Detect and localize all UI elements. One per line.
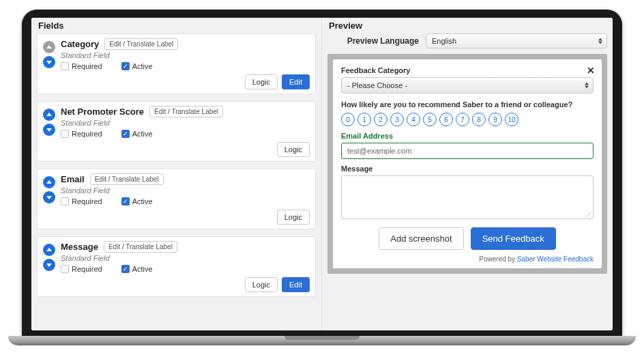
email-field[interactable]: test@example.com [341,143,594,159]
nps-score-8[interactable]: 8 [472,113,486,126]
move-up-icon[interactable] [43,109,55,121]
field-name: Message [61,242,98,252]
send-feedback-button[interactable]: Send Feedback [471,227,556,250]
required-checkbox[interactable]: Required [61,197,102,205]
powered-by-link[interactable]: Saber Website Feedback [517,255,594,263]
preview-title: Preview [329,20,607,31]
preview-frame: ✕ Feedback Category - Please Choose - Ho… [327,54,607,274]
edit-button[interactable]: Edit [282,74,310,89]
nps-score-6[interactable]: 6 [439,113,453,126]
app-screen: Fields Category Edit / Translate Label S… [31,18,613,330]
nps-score-9[interactable]: 9 [488,113,502,126]
chevrons-updown-icon [598,38,602,44]
laptop-base [8,336,636,345]
edit-translate-label-button[interactable]: Edit / Translate Label [104,38,178,50]
standard-field-label: Standard Field [61,254,310,262]
standard-field-label: Standard Field [61,119,310,127]
required-checkbox[interactable]: Required [61,265,102,273]
screen-bezel: Fields Category Edit / Translate Label S… [22,10,622,336]
fields-title: Fields [38,20,316,31]
svg-marker-2 [46,113,52,116]
edit-translate-label-button[interactable]: Edit / Translate Label [104,241,177,253]
edit-translate-label-button[interactable]: Edit / Translate Label [149,106,223,117]
category-select[interactable]: - Please Choose - [341,77,594,94]
message-label: Message [341,165,594,173]
field-card: Category Edit / Translate Label Standard… [37,33,316,94]
field-card: Net Promoter Score Edit / Translate Labe… [37,101,316,162]
nps-row: 012345678910 [341,113,594,126]
category-label: Feedback Category [341,66,594,74]
laptop-frame: Fields Category Edit / Translate Label S… [22,10,622,345]
active-checkbox[interactable]: Active [121,197,153,205]
required-checkbox[interactable]: Required [61,130,102,138]
nps-score-1[interactable]: 1 [357,113,371,126]
message-textarea[interactable] [341,175,594,219]
add-screenshot-button[interactable]: Add screenshot [379,227,463,250]
move-up-icon [43,41,55,53]
svg-marker-0 [46,45,52,48]
svg-marker-3 [46,128,52,132]
move-down-icon[interactable] [43,191,55,203]
nps-score-10[interactable]: 10 [505,113,518,126]
edit-button[interactable]: Edit [282,277,310,292]
svg-marker-1 [46,61,52,64]
preview-language-row: Preview Language English [330,33,607,48]
feedback-widget: ✕ Feedback Category - Please Choose - Ho… [333,59,602,268]
nps-question: How likely are you to recommend Saber to… [341,100,594,109]
standard-field-label: Standard Field [61,51,310,59]
email-value: test@example.com [347,147,411,155]
logic-button[interactable]: Logic [277,210,310,225]
preview-language-value: English [432,37,456,45]
email-label: Email Address [341,132,594,140]
svg-marker-5 [46,196,52,199]
nps-score-5[interactable]: 5 [423,113,437,126]
field-card: Message Edit / Translate Label Standard … [37,236,316,297]
svg-marker-4 [46,180,52,184]
chevrons-updown-icon [585,83,589,89]
preview-actions: Add screenshot Send Feedback [341,227,594,250]
required-checkbox[interactable]: Required [61,62,102,70]
field-name: Email [61,174,85,184]
fields-panel: Fields Category Edit / Translate Label S… [31,18,322,330]
nps-score-0[interactable]: 0 [341,113,355,126]
edit-translate-label-button[interactable]: Edit / Translate Label [90,173,164,185]
preview-language-label: Preview Language [330,36,419,46]
nps-score-2[interactable]: 2 [374,113,387,126]
move-up-icon[interactable] [43,244,55,256]
close-icon[interactable]: ✕ [587,65,595,76]
field-name: Net Promoter Score [61,106,144,117]
powered-by: Powered by Saber Website Feedback [341,255,594,263]
preview-language-select[interactable]: English [426,33,607,48]
nps-score-7[interactable]: 7 [456,113,469,126]
field-name: Category [61,39,99,49]
move-down-icon[interactable] [43,124,55,136]
logic-button[interactable]: Logic [277,142,310,157]
svg-marker-7 [46,264,52,267]
move-up-icon[interactable] [43,176,55,188]
active-checkbox[interactable]: Active [121,265,153,273]
svg-marker-6 [46,248,52,251]
preview-panel: Preview Preview Language English ✕ Feedb… [322,18,613,330]
move-down-icon[interactable] [43,56,55,68]
fields-list: Category Edit / Translate Label Standard… [37,33,316,297]
active-checkbox[interactable]: Active [121,62,153,70]
field-card: Email Edit / Translate Label Standard Fi… [37,169,316,229]
active-checkbox[interactable]: Active [121,130,153,138]
nps-score-3[interactable]: 3 [390,113,404,126]
logic-button[interactable]: Logic [245,74,278,89]
move-down-icon[interactable] [43,259,55,271]
category-value: - Please Choose - [347,81,407,89]
standard-field-label: Standard Field [61,186,310,195]
nps-score-4[interactable]: 4 [407,113,420,126]
logic-button[interactable]: Logic [245,277,278,292]
